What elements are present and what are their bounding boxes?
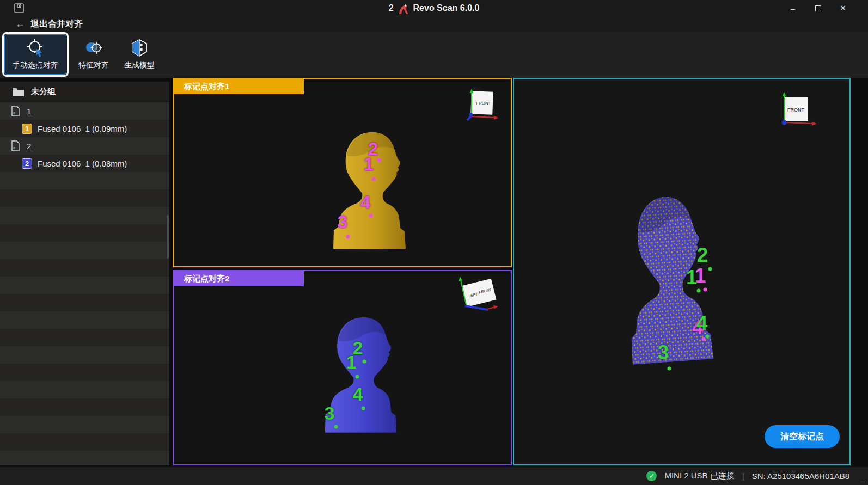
viewport1-title: 标记点对齐1 [184, 82, 229, 92]
group-header[interactable]: 未分组 [0, 82, 169, 102]
empty-rows [0, 172, 169, 465]
clear-markers-button[interactable]: 清空标记点 [765, 425, 840, 448]
svg-text:FRONT: FRONT [787, 107, 804, 113]
marker-number: 4 [360, 193, 371, 211]
minimize-button[interactable]: – [780, 0, 805, 16]
viewport-marker-align-2: 标记点对齐2 2143 LEFT FRONT [173, 270, 512, 465]
folder-icon [12, 87, 25, 97]
marker-dot[interactable] [708, 267, 712, 271]
close-button[interactable]: ✕ [830, 0, 855, 16]
marker-dot[interactable] [706, 335, 710, 339]
marker-dot[interactable] [334, 425, 338, 429]
serial-number: SN: A25103465A6H01AB8 [752, 471, 849, 481]
marker-number: 1 [364, 155, 374, 173]
marker-number: 2 [697, 245, 708, 265]
marker-dot[interactable] [702, 337, 706, 341]
viewport-marker-align-1: 标记点对齐1 2143 FRONT [173, 78, 512, 267]
generate-model-icon [129, 39, 150, 57]
feature-align-button[interactable]: 特征对齐 [72, 34, 115, 75]
status-separator: | [742, 471, 744, 481]
fused-row-label: Fused 0106_1 (0.08mm) [38, 159, 127, 168]
viewport2-header-tab: 标记点对齐2 [174, 271, 304, 286]
marker-number: 3 [658, 342, 669, 363]
status-bar: ✓ MINI 2 USB 已连接 | SN: A25103465A6H01AB8… [0, 467, 868, 485]
marker-number: 4 [696, 313, 708, 333]
clear-markers-label: 清空标记点 [780, 431, 824, 443]
minimize-icon: – [791, 4, 795, 13]
crosshair-cursor-icon [25, 39, 46, 57]
marker-dot[interactable] [377, 158, 381, 162]
maximize-button[interactable] [805, 0, 830, 16]
toolbar: 手动选点对齐 特征对齐 生成模型 [0, 32, 868, 78]
fused-badge-gold: 1 [22, 124, 32, 134]
viewport-area: 标记点对齐1 2143 FRONT [169, 78, 868, 467]
fused-badge-blue: 2 [22, 158, 32, 169]
revo-logo-icon [398, 2, 409, 14]
viewport-merged-result: 142143 FRONT 清空标记点 [513, 78, 851, 465]
scan-file-icon: a [11, 106, 20, 116]
marker-dot[interactable] [362, 407, 365, 410]
tool-label: 生成模型 [124, 60, 155, 70]
marker-number: 3 [338, 212, 348, 231]
axis-gizmo-front[interactable]: FRONT [772, 91, 819, 134]
marker-dot[interactable] [668, 367, 671, 371]
viewport1-marker-layer: 2143 [174, 79, 511, 266]
generate-model-button[interactable]: 生成模型 [118, 34, 161, 75]
svg-text:a: a [13, 146, 15, 150]
group-label: 未分组 [31, 87, 56, 97]
exit-merge-align-label[interactable]: 退出合并对齐 [30, 19, 83, 30]
marker-dot[interactable] [372, 177, 376, 181]
viewport2-title: 标记点对齐2 [184, 274, 229, 284]
feature-align-icon [83, 39, 104, 57]
connected-check-icon: ✓ [646, 471, 657, 481]
scan-row-label: 1 [27, 107, 31, 116]
tool-label: 手动选点对齐 [13, 60, 58, 70]
app-window: 2 Revo Scan 6.0.0 – ✕ ← 退出合并对齐 [0, 0, 868, 485]
fused-row-1[interactable]: 1 Fused 0106_1 (0.09mm) [0, 120, 169, 137]
back-arrow-icon[interactable]: ← [15, 19, 25, 29]
marker-dot[interactable] [704, 288, 707, 292]
fused-row-label: Fused 0106_1 (0.09mm) [38, 124, 127, 133]
scan-row-1[interactable]: a 1 [0, 102, 169, 120]
app-name: Revo Scan 6.0.0 [413, 3, 480, 13]
marker-dot[interactable] [346, 235, 350, 239]
manual-point-align-button[interactable]: 手动选点对齐 [4, 34, 66, 75]
breadcrumb-bar: ← 退出合并对齐 [0, 16, 868, 32]
axis-gizmo-front[interactable]: FRONT [463, 87, 501, 127]
marker-dot[interactable] [697, 289, 701, 293]
marker-dot[interactable] [363, 360, 366, 364]
marker-number: 1 [686, 267, 698, 287]
svg-text:FRONT: FRONT [476, 101, 491, 106]
marker-dot[interactable] [369, 214, 373, 218]
marker-number: 1 [346, 353, 357, 371]
sidebar-scrollbar[interactable] [167, 215, 169, 259]
fused-row-2[interactable]: 2 Fused 0106_1 (0.08mm) [0, 155, 169, 172]
close-icon: ✕ [840, 3, 847, 13]
svg-text:a: a [13, 111, 15, 115]
marker-number: 4 [353, 385, 363, 403]
scan-row-2[interactable]: a 2 [0, 137, 169, 155]
axis-gizmo-left-front[interactable]: LEFT FRONT [454, 273, 503, 316]
maximize-icon [815, 5, 821, 11]
window-title: 2 Revo Scan 6.0.0 [0, 0, 868, 16]
check-glyph: ✓ [649, 472, 655, 480]
scan-list-panel: 未分组 a 1 1 Fused 0106_1 (0.09mm) a 2 2 Fu [0, 82, 169, 465]
device-status: MINI 2 USB 已连接 [664, 471, 734, 481]
scan-row-label: 2 [27, 142, 31, 151]
viewport3-marker-layer: 142143 [514, 79, 849, 464]
tool-label: 特征对齐 [78, 60, 109, 70]
resize-grip[interactable]: .. [860, 477, 866, 483]
viewport1-header-tab: 标记点对齐1 [174, 79, 304, 94]
doc-count: 2 [389, 3, 394, 13]
marker-number: 3 [325, 404, 335, 422]
scan-file-icon: a [11, 140, 20, 151]
marker-dot[interactable] [356, 375, 359, 379]
title-bar: 2 Revo Scan 6.0.0 – ✕ [0, 0, 868, 16]
